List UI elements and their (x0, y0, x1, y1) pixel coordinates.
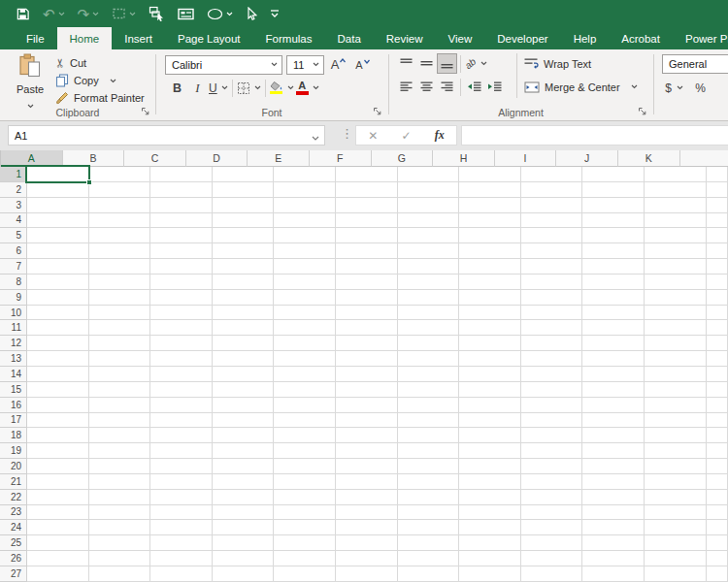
cell-E8[interactable] (274, 275, 336, 290)
cell-I1[interactable] (521, 167, 583, 182)
cell-G10[interactable] (398, 306, 460, 321)
decrease-indent-button[interactable] (464, 77, 484, 97)
column-header-B[interactable]: B (63, 150, 125, 167)
accounting-format-button[interactable]: $ (664, 78, 684, 98)
cell-C9[interactable] (150, 290, 213, 306)
cell-C2[interactable] (150, 182, 213, 198)
cell-C8[interactable] (150, 275, 213, 290)
bold-button[interactable]: B (167, 78, 187, 98)
cell-G23[interactable] (398, 505, 460, 521)
cell-G7[interactable] (398, 259, 460, 275)
top-align-button[interactable] (396, 53, 416, 74)
cell-J20[interactable] (582, 459, 645, 474)
row-header-8[interactable]: 8 (0, 275, 27, 290)
cell-H25[interactable] (459, 535, 521, 551)
cell-K19[interactable] (645, 443, 707, 459)
italic-button[interactable]: I (187, 78, 208, 98)
save-button[interactable] (16, 0, 30, 27)
cell-G27[interactable] (398, 566, 460, 582)
row-header-25[interactable]: 25 (0, 535, 27, 551)
cell-E18[interactable] (274, 428, 336, 443)
cell-B14[interactable] (89, 367, 151, 382)
cell-F5[interactable] (336, 228, 398, 243)
cell-H13[interactable] (459, 351, 521, 367)
decrease-font-size-button[interactable]: A (352, 54, 373, 75)
cell-A2[interactable] (27, 182, 89, 198)
clipboard-dialog-launcher[interactable] (139, 105, 150, 116)
font-color-button[interactable]: A (295, 78, 320, 98)
cell-D10[interactable] (213, 306, 275, 321)
cell-I20[interactable] (521, 459, 583, 474)
alignment-dialog-launcher[interactable] (636, 105, 647, 116)
cell-J14[interactable] (582, 367, 645, 382)
cell-E4[interactable] (274, 213, 336, 229)
cell-C15[interactable] (150, 382, 213, 398)
cell-J26[interactable] (582, 551, 645, 566)
font-name-combobox[interactable]: Calibri (165, 55, 282, 75)
cell-H22[interactable] (459, 490, 521, 505)
cell-K17[interactable] (645, 413, 707, 429)
cell-F25[interactable] (336, 535, 398, 551)
cell-partial-27[interactable] (707, 566, 728, 582)
cell-G8[interactable] (398, 275, 460, 290)
cell-D7[interactable] (213, 259, 275, 275)
percent-style-button[interactable]: % (690, 78, 711, 98)
row-header-26[interactable]: 26 (0, 551, 27, 566)
cell-partial-19[interactable] (707, 443, 728, 459)
cell-G2[interactable] (398, 182, 460, 198)
cell-I23[interactable] (521, 505, 583, 521)
cell-F12[interactable] (336, 336, 398, 351)
column-header-G[interactable]: G (372, 150, 434, 167)
cell-B21[interactable] (89, 474, 151, 490)
cell-B26[interactable] (89, 551, 151, 566)
column-header-K[interactable]: K (618, 150, 680, 167)
cell-C21[interactable] (150, 474, 213, 490)
cell-G15[interactable] (398, 382, 460, 398)
formula-bar-resizer[interactable]: ⋮ (341, 126, 353, 141)
cell-K20[interactable] (645, 459, 707, 474)
font-size-combobox[interactable]: 11 (286, 55, 324, 75)
cell-B3[interactable] (89, 198, 151, 213)
cell-partial-2[interactable] (707, 182, 728, 198)
cell-C4[interactable] (150, 213, 213, 229)
tab-formulas[interactable]: Formulas (253, 27, 325, 49)
cell-E20[interactable] (274, 459, 336, 474)
cell-I14[interactable] (521, 367, 583, 382)
cell-A21[interactable] (27, 474, 89, 490)
cell-A15[interactable] (27, 382, 89, 398)
cell-partial-3[interactable] (707, 198, 728, 213)
cell-A1[interactable] (27, 167, 89, 182)
cell-partial-6[interactable] (707, 243, 728, 259)
cell-K9[interactable] (645, 290, 707, 306)
cell-D11[interactable] (213, 320, 275, 336)
cell-F15[interactable] (336, 382, 398, 398)
tab-power-pivot[interactable]: Power Pivot (673, 27, 728, 49)
cell-E13[interactable] (274, 351, 336, 367)
cell-J10[interactable] (582, 306, 645, 321)
tab-acrobat[interactable]: Acrobat (609, 27, 673, 49)
cell-F22[interactable] (336, 490, 398, 505)
cell-G16[interactable] (398, 398, 460, 413)
cell-G17[interactable] (398, 413, 460, 429)
row-header-5[interactable]: 5 (0, 228, 27, 243)
cell-C13[interactable] (150, 351, 213, 367)
cell-partial-1[interactable] (707, 167, 728, 182)
cell-C1[interactable] (150, 167, 213, 182)
cell-B12[interactable] (89, 336, 151, 351)
increase-font-size-button[interactable]: A (328, 54, 348, 75)
align-left-button[interactable] (396, 77, 416, 97)
cell-D19[interactable] (213, 443, 275, 459)
oval-shape-button[interactable] (207, 0, 233, 27)
cell-K11[interactable] (645, 320, 707, 336)
cell-B1[interactable] (89, 167, 151, 182)
cell-A27[interactable] (27, 566, 89, 582)
cell-D6[interactable] (213, 243, 275, 259)
cell-I2[interactable] (521, 182, 583, 198)
cell-A4[interactable] (27, 213, 89, 229)
cell-I19[interactable] (521, 443, 583, 459)
cell-I11[interactable] (521, 320, 583, 336)
cell-E14[interactable] (274, 367, 336, 382)
cell-F2[interactable] (336, 182, 398, 198)
cell-C12[interactable] (150, 336, 213, 351)
cell-I5[interactable] (521, 228, 583, 243)
